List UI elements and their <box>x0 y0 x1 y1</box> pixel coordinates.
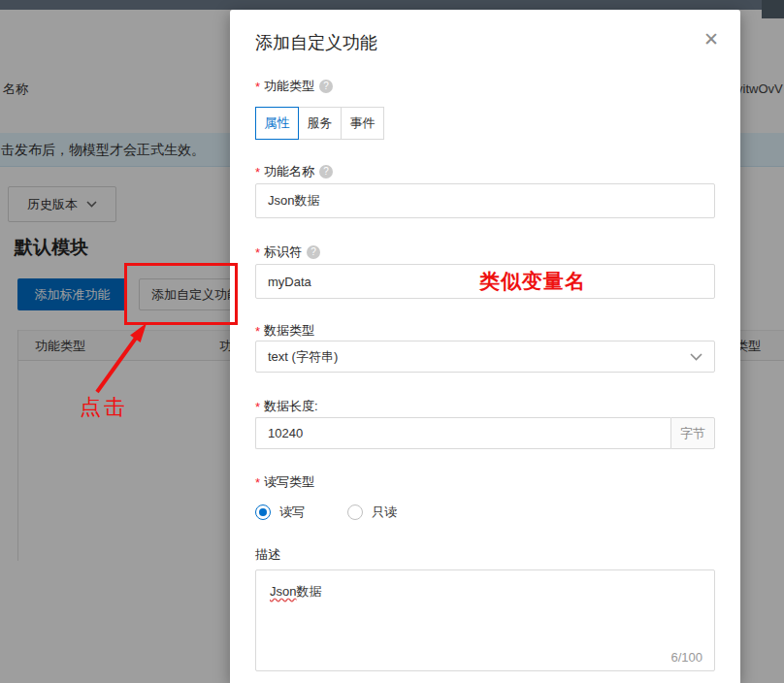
required-mark: * <box>255 165 260 179</box>
identifier-label-row: * 标识符 ? <box>255 244 320 261</box>
tab-event[interactable]: 事件 <box>341 107 384 140</box>
function-name-input[interactable] <box>255 183 715 218</box>
description-textarea[interactable]: Json数据 6/100 <box>255 569 715 671</box>
data-type-selected-value: text (字符串) <box>268 348 690 366</box>
radio-read-write[interactable]: 读写 <box>255 504 305 521</box>
description-text-spellcheck: Json <box>270 584 296 599</box>
tab-service[interactable]: 服务 <box>298 107 342 140</box>
identifier-label: 标识符 <box>264 244 302 261</box>
page-root: 名称 yitwOvV 击发布后，物模型才会正式生效。 历史版本 默认模块 添加标… <box>0 0 784 683</box>
data-type-label: 数据类型 <box>264 322 314 340</box>
required-mark: * <box>255 324 260 339</box>
data-length-label-row: * 数据长度: <box>255 398 318 415</box>
required-mark: * <box>255 400 260 414</box>
radio-selected-icon[interactable] <box>255 504 271 520</box>
modal-title: 添加自定义功能 <box>255 31 377 54</box>
tab-property[interactable]: 属性 <box>255 107 299 140</box>
description-label-row: 描述 <box>255 546 280 564</box>
function-type-label: 功能类型 <box>264 78 314 95</box>
required-mark: * <box>255 80 260 94</box>
data-type-label-row: * 数据类型 <box>255 322 314 340</box>
function-name-label-row: * 功能名称 ? <box>255 163 333 180</box>
function-type-label-row: * 功能类型 ? <box>255 78 333 95</box>
radio-unselected-icon[interactable] <box>347 504 363 520</box>
chevron-down-icon <box>690 353 702 361</box>
data-length-label: 数据长度: <box>264 398 318 415</box>
rw-type-label-row: * 读写类型 <box>255 473 314 491</box>
function-type-tabs: 属性 服务 事件 <box>255 107 384 140</box>
function-name-label: 功能名称 <box>264 163 314 180</box>
description-text: 数据 <box>296 584 321 599</box>
help-icon[interactable]: ? <box>319 80 333 93</box>
identifier-input[interactable] <box>255 264 715 299</box>
radio-read-only[interactable]: 只读 <box>347 504 397 521</box>
rw-type-label: 读写类型 <box>264 473 314 491</box>
description-label: 描述 <box>255 546 280 564</box>
required-mark: * <box>255 245 260 260</box>
required-mark: * <box>255 475 260 490</box>
data-length-unit: 字节 <box>670 417 715 449</box>
add-custom-function-modal: 添加自定义功能 ✕ * 功能类型 ? 属性 服务 事件 * 功能名称 ? * 标… <box>230 10 740 683</box>
data-type-select[interactable]: text (字符串) <box>255 341 715 373</box>
help-icon[interactable]: ? <box>307 245 320 259</box>
radio-read-only-label: 只读 <box>372 504 397 521</box>
radio-read-write-label: 读写 <box>279 504 305 521</box>
data-length-group: 字节 <box>255 417 715 449</box>
char-counter: 6/100 <box>670 650 702 665</box>
close-icon[interactable]: ✕ <box>703 30 719 49</box>
rw-type-radio-group: 读写 只读 <box>255 504 397 521</box>
help-icon[interactable]: ? <box>319 165 333 179</box>
data-length-input[interactable] <box>255 417 670 449</box>
